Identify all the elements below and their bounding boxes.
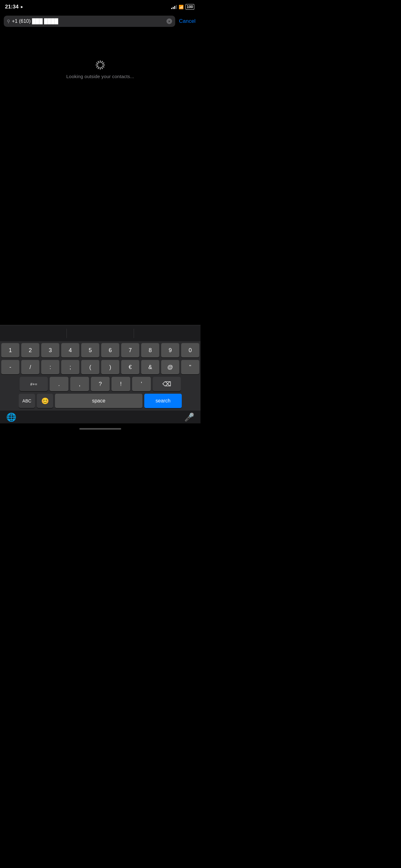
- key-dash[interactable]: -: [1, 360, 20, 374]
- svg-rect-1: [101, 61, 103, 63]
- key-3[interactable]: 3: [41, 343, 59, 358]
- key-emoji[interactable]: 😊: [37, 394, 53, 408]
- clear-button[interactable]: ×: [166, 19, 172, 24]
- keyboard: 1 2 3 4 5 6 7 8 9 0 - / : ; ( ) € & @ " …: [0, 325, 201, 434]
- cancel-button[interactable]: Cancel: [178, 18, 197, 24]
- loading-container: .sp { animation: fade 1.2s linear infini…: [66, 60, 134, 79]
- wifi-icon: 📶: [179, 5, 183, 9]
- number-row: 1 2 3 4 5 6 7 8 9 0: [1, 343, 199, 358]
- home-bar: [79, 428, 121, 430]
- key-hashplus[interactable]: #+=: [20, 377, 48, 391]
- content-area: .sp { animation: fade 1.2s linear infini…: [0, 29, 201, 160]
- bar3: [174, 6, 175, 9]
- key-2[interactable]: 2: [21, 343, 39, 358]
- svg-rect-4: [102, 66, 104, 68]
- search-row: ⚲ +1 (610) ███ ████ × Cancel: [0, 14, 201, 29]
- bottom-key-row: ABC 😊 space search: [1, 394, 199, 409]
- key-openparen[interactable]: (: [81, 360, 99, 374]
- key-period[interactable]: .: [49, 377, 68, 391]
- key-quote[interactable]: ": [181, 360, 199, 374]
- spinner-svg: .sp { animation: fade 1.2s linear infini…: [95, 60, 105, 70]
- svg-rect-6: [100, 67, 101, 70]
- key-8[interactable]: 8: [141, 343, 159, 358]
- keyboard-bottom-bar: 🌐 🎤: [0, 410, 201, 423]
- key-apostrophe[interactable]: ': [132, 377, 151, 391]
- svg-rect-8: [96, 66, 98, 68]
- key-4[interactable]: 4: [61, 343, 79, 358]
- bar2: [173, 7, 174, 9]
- time-label: 21:34: [5, 4, 19, 10]
- search-icon: ⚲: [7, 19, 10, 24]
- key-0[interactable]: 0: [181, 343, 199, 358]
- key-question[interactable]: ?: [91, 377, 110, 391]
- strip-sep-2: [134, 329, 134, 338]
- key-comma[interactable]: ,: [70, 377, 89, 391]
- location-icon: ►: [20, 5, 24, 9]
- bar1: [171, 8, 172, 9]
- key-7[interactable]: 7: [121, 343, 139, 358]
- svg-rect-10: [96, 62, 98, 64]
- key-9[interactable]: 9: [161, 343, 179, 358]
- key-6[interactable]: 6: [101, 343, 119, 358]
- symbol-row: - / : ; ( ) € & @ ": [1, 360, 199, 374]
- search-field[interactable]: ⚲ +1 (610) ███ ████ ×: [4, 16, 175, 27]
- key-amp[interactable]: &: [141, 360, 159, 374]
- svg-rect-11: [97, 61, 100, 63]
- delete-key[interactable]: ⌫: [153, 377, 181, 391]
- keyboard-top-strip: [0, 325, 201, 341]
- key-semicolon[interactable]: ;: [61, 360, 79, 374]
- key-closeparen[interactable]: ): [101, 360, 119, 374]
- key-slash[interactable]: /: [21, 360, 39, 374]
- keyboard-rows: 1 2 3 4 5 6 7 8 9 0 - / : ; ( ) € & @ " …: [0, 341, 201, 410]
- more-symbol-row: #+= . , ? ! ' ⌫: [1, 377, 199, 391]
- status-time: 21:34 ►: [5, 4, 24, 10]
- svg-rect-7: [97, 67, 100, 69]
- signal-bars: [171, 5, 177, 9]
- svg-rect-9: [96, 65, 98, 66]
- globe-button[interactable]: 🌐: [6, 412, 16, 422]
- key-search[interactable]: search: [144, 394, 182, 408]
- home-indicator: [0, 423, 201, 434]
- bar4: [176, 5, 177, 9]
- svg-rect-3: [102, 65, 105, 66]
- key-exclaim[interactable]: !: [111, 377, 130, 391]
- status-right: 📶 100: [171, 4, 194, 10]
- mic-button[interactable]: 🎤: [184, 412, 194, 422]
- svg-rect-0: [100, 60, 101, 63]
- key-abc[interactable]: ABC: [19, 394, 35, 408]
- svg-rect-5: [101, 67, 103, 69]
- key-at[interactable]: @: [161, 360, 179, 374]
- key-euro[interactable]: €: [121, 360, 139, 374]
- key-space[interactable]: space: [55, 394, 142, 408]
- key-5[interactable]: 5: [81, 343, 99, 358]
- key-1[interactable]: 1: [1, 343, 20, 358]
- status-bar: 21:34 ► 📶 100: [0, 0, 201, 14]
- key-colon[interactable]: :: [41, 360, 59, 374]
- svg-rect-2: [102, 62, 104, 64]
- search-input-value: +1 (610) ███ ████: [12, 19, 165, 24]
- battery-icon: 100: [186, 4, 194, 10]
- loading-text: Looking outside your contacts...: [66, 74, 134, 79]
- loading-spinner: .sp { animation: fade 1.2s linear infini…: [95, 60, 105, 70]
